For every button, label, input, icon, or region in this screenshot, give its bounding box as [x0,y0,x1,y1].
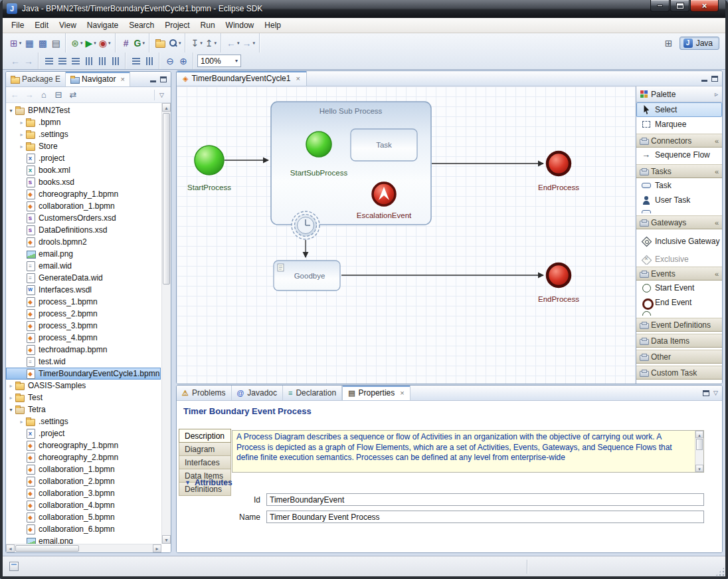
align-bottom-button[interactable] [109,54,122,68]
id-field[interactable] [266,493,704,506]
align-top-button[interactable] [82,54,96,68]
view-tab-problems[interactable]: ⚠Problems [177,386,232,400]
view-menu-icon[interactable]: ▽ [154,90,169,100]
view-tab-navigator[interactable]: Navigator× [66,72,130,86]
collapse-chevron-icon[interactable]: « [715,270,719,278]
palette-tool-inclusive-gateway[interactable]: Inclusive Gateway [636,229,722,253]
tree-item-bpmn2test[interactable]: ▾BPMN2Test [6,104,161,116]
palette-drawer-other[interactable]: Other [636,350,722,364]
tree-item-datadefinitions-xsd[interactable]: DataDefinitions.xsd [6,224,161,236]
forward-history-button[interactable]: →▾ [240,36,256,51]
collapse-all-button[interactable]: ⊟ [52,88,65,102]
scroll-up-icon[interactable]: ▴ [162,103,171,112]
tree-item-book-xml[interactable]: book.xml [6,164,161,176]
minimize-editor-icon[interactable] [701,80,707,82]
menu-search[interactable]: Search [124,19,159,32]
palette-tool-select[interactable]: Select [636,102,722,117]
align-left-button[interactable] [43,54,56,68]
twisty-closed-icon[interactable]: ▸ [18,144,25,150]
palette-tool-user-task[interactable]: User Task [636,193,722,207]
tree-item-generatedata-wid[interactable]: GenerateData.wid [6,272,161,284]
back-button[interactable]: ← [8,88,21,102]
save-button[interactable]: ▦ [23,36,36,51]
collapse-chevron-icon[interactable]: « [715,137,719,145]
tree-item-settings[interactable]: ▸.settings [6,128,161,140]
view-tab-properties[interactable]: ▤Properties× [342,386,410,400]
close-icon[interactable]: × [400,389,404,397]
open-perspective-button[interactable]: ⊞ [662,36,676,51]
restore-view-icon[interactable] [703,390,709,396]
menu-edit[interactable]: Edit [29,19,54,32]
minimize-view-icon[interactable] [150,80,156,82]
titlebar[interactable]: J Java - BPMN2Test/TimerBoundaryEventCyc… [3,0,725,18]
properties-tab-interfaces[interactable]: Interfaces [179,455,231,469]
external-tools-button[interactable]: ⊛▾ [70,36,84,51]
close-icon[interactable]: × [296,74,300,82]
menu-file[interactable]: File [6,19,29,32]
twisty-closed-icon[interactable]: ▸ [7,383,15,389]
palette-tool-sequence-flow[interactable]: Sequence Flow [636,148,722,162]
tree-item-bpmn[interactable]: ▸.bpmn [6,116,161,128]
new-wizard-button[interactable]: ⊞▾ [9,36,23,51]
timer-boundary-event[interactable] [292,211,319,239]
twisty-closed-icon[interactable]: ▸ [18,120,25,126]
properties-tab-description[interactable]: Description [179,429,231,443]
nav-back-button[interactable]: ← [9,54,22,68]
view-tab-declaration[interactable]: ≡Declaration [283,386,342,400]
tree-item-collaboration-2-bpmn[interactable]: collaboration_2.bpmn [6,475,161,487]
palette-drawer-data-items[interactable]: Data Items [636,334,722,348]
match-width-button[interactable] [130,54,143,68]
java-perspective-button[interactable]: J Java [680,37,719,50]
palette-drawer-events[interactable]: Events« [636,267,722,281]
tree-item-oasis-samples[interactable]: ▸OASIS-Samples [6,380,161,392]
tree-item-process-2-bpmn[interactable]: process_2.bpmn [6,308,161,320]
twisty-closed-icon[interactable]: ▸ [18,419,25,425]
tree-item-store[interactable]: ▸Store [6,140,161,152]
palette-tool-clipped[interactable] [636,207,722,213]
maximize-view-icon[interactable] [160,76,167,82]
palette-drawer-gateways[interactable]: Gateways« [636,215,722,229]
scroll-down-icon[interactable]: ▾ [162,535,171,544]
scroll-right-icon[interactable]: ▸ [153,544,161,552]
scroll-down-icon[interactable]: ▾ [695,465,703,472]
tree-item-email-wid[interactable]: email.wid [6,260,161,272]
name-field[interactable] [266,511,704,523]
coverage-button[interactable]: ◉▾ [98,36,112,51]
section-collapse-icon[interactable]: ▼ [185,479,191,486]
start-subprocess-event[interactable] [306,132,331,157]
save-all-button[interactable]: ▩ [36,36,49,51]
link-with-editor-button[interactable]: ⇄ [66,88,80,102]
zoom-in-button[interactable]: ⊕ [177,54,190,68]
open-resource-button[interactable] [153,36,167,51]
scrollbar-thumb[interactable] [163,113,170,285]
palette-tool-start-event[interactable]: Start Event [636,281,722,295]
tree-item-collaboration-1-bpmn[interactable]: collaboration_1.bpmn [6,463,161,475]
editor-tab-timerboundaryeventcycle1[interactable]: ◈ TimerBoundaryEventCycle1 × [177,71,307,86]
fast-view-icon[interactable] [9,562,19,571]
tree-item-email-png[interactable]: email.png [6,248,161,260]
twisty-closed-icon[interactable]: ▸ [7,395,15,401]
tree-item-tetra[interactable]: ▾Tetra [6,404,161,415]
tree-item-collaboration-6-bpmn[interactable]: collaboration_6.bpmn [6,523,161,535]
bpmn-canvas[interactable]: Hello Sub Process Task Goodbye StartProc… [177,86,636,384]
description-scrollbar[interactable]: ▴ ▾ [695,431,703,472]
zoom-out-button[interactable]: ⊖ [163,54,177,68]
properties-tab-diagram[interactable]: Diagram [179,442,231,456]
tree-item-settings[interactable]: ▸.settings [6,415,161,427]
print-button[interactable]: ▤ [49,36,62,51]
align-middle-button[interactable] [96,54,109,68]
menu-run[interactable]: Run [195,19,221,32]
collapse-chevron-icon[interactable]: « [715,168,719,175]
tree-item-customersorders-xsd[interactable]: CustomersOrders.xsd [6,212,161,224]
tree-item-techroadmap-bpmn[interactable]: techroadmap.bpmn [6,344,161,356]
tree-item-test[interactable]: ▸Test [6,392,161,404]
align-center-button[interactable] [56,54,69,68]
nav-forward-button[interactable]: → [22,54,35,68]
palette-drawer-tasks[interactable]: Tasks« [636,164,722,178]
twisty-open-icon[interactable]: ▾ [7,407,15,413]
menu-project[interactable]: Project [159,19,195,32]
close-icon[interactable]: × [120,75,124,83]
menu-navigate[interactable]: Navigate [82,19,124,32]
tree-item-timerboundaryeventcycle1-bpmn[interactable]: TimerBoundaryEventCycle1.bpmn [6,368,161,380]
tree-item-process-4-bpmn[interactable]: process_4.bpmn [6,332,161,344]
